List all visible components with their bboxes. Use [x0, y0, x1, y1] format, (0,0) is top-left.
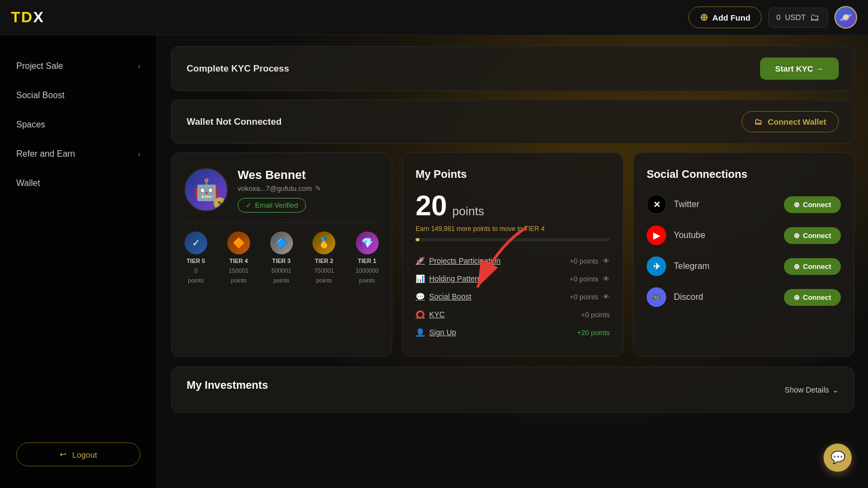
tier-item-1: 💎 TIER 1 1000000 points — [355, 232, 379, 284]
eye-icon-2[interactable]: 👁 — [603, 293, 610, 301]
progress-bar-bg — [416, 238, 610, 241]
tier-badge-4: 🔶 — [227, 232, 250, 254]
sidebar-item-social-boost[interactable]: Social Boost — [0, 81, 157, 110]
email-edit-icon[interactable]: ✎ — [315, 184, 321, 192]
avatar-edit-button[interactable]: ✎ — [214, 197, 226, 209]
sidebar-item-project-sale[interactable]: Project Sale › — [0, 52, 157, 81]
rocket-icon: 🚀 — [416, 256, 425, 265]
telegram-connect-label: Connect — [803, 262, 831, 271]
add-fund-button[interactable]: ⊕ Add Fund — [688, 7, 762, 28]
tier-divider — [184, 222, 379, 223]
twitter-connect-button[interactable]: ⊕ Connect — [784, 196, 841, 213]
sidebar-item-wallet[interactable]: Wallet — [0, 169, 157, 198]
tier-points-label-5: points — [188, 277, 203, 284]
tier-points-4: 150001 — [228, 267, 248, 274]
tier-badge-1: 💎 — [356, 232, 379, 254]
sidebar: Project Sale › Social Boost Spaces Refer… — [0, 35, 157, 488]
check-icon: ✓ — [246, 201, 252, 209]
points-row-value-2: +0 points 👁 — [570, 293, 610, 301]
profile-card: 🤖 ✎ Wes Bennet vokoxa...7@gufutu.com ✎ ✓ — [171, 152, 392, 357]
tier-badge-3: 🔷 — [270, 232, 293, 254]
logo: TDX — [11, 9, 44, 26]
tier-points-label-4: points — [231, 277, 246, 284]
youtube-connect-button[interactable]: ⊕ Connect — [784, 227, 841, 244]
progress-bar-fill — [416, 238, 419, 241]
connect-wallet-label: Connect Wallet — [768, 117, 826, 126]
usdt-amount: 0 — [776, 13, 781, 22]
tier-progress-text: Earn 149,981 more points to move to TIER… — [416, 225, 610, 233]
content-area: Complete KYC Process Start KYC → Wallet … — [157, 35, 868, 488]
usdt-currency: USDT — [785, 13, 806, 22]
social-row-youtube: ▶ Youtube ⊕ Connect — [647, 220, 841, 251]
points-row-1: 📊 Holding Pattern +0 points 👁 — [416, 270, 610, 288]
header: TDX ⊕ Add Fund 0 USDT 🗂 🪐 — [0, 0, 868, 35]
discord-connect-button[interactable]: ⊕ Connect — [784, 289, 841, 306]
chat-bubble[interactable]: 💬 — [824, 444, 852, 472]
points-row-label-0[interactable]: 🚀 Projects Participation — [416, 256, 501, 265]
investments-card: My Investments Show Details ⌄ — [171, 367, 854, 413]
content-inner: Complete KYC Process Start KYC → Wallet … — [171, 46, 854, 413]
points-row-label-2[interactable]: 💬 Social Boost — [416, 292, 471, 301]
eye-icon-1[interactable]: 👁 — [603, 275, 610, 283]
youtube-label: Youtube — [674, 230, 705, 240]
tier-points-label-1: points — [359, 277, 375, 284]
tier-points-3: 500001 — [271, 267, 291, 274]
connect-wallet-button[interactable]: 🗂 Connect Wallet — [742, 111, 839, 132]
show-details-label: Show Details — [784, 386, 829, 394]
tier-badge-5: ✓ — [184, 232, 207, 254]
tier-item-2: 🥇 TIER 2 750001 points — [312, 232, 335, 284]
email-verified-label: Email Verified — [255, 201, 298, 209]
plus-circle-icon-2: ⊕ — [794, 232, 800, 240]
user-avatar[interactable]: 🪐 — [834, 6, 857, 29]
telegram-connect-button[interactable]: ⊕ Connect — [784, 258, 841, 275]
sidebar-item-refer-earn[interactable]: Refer and Earn › — [0, 139, 157, 169]
social-left-discord: 🎮 Discord — [647, 287, 703, 307]
tier-points-label-2: points — [316, 277, 332, 284]
sidebar-bottom: ↩ Logout — [0, 442, 157, 477]
add-fund-label: Add Fund — [712, 13, 750, 22]
logout-label: Logout — [72, 450, 97, 459]
points-label: points — [452, 204, 484, 219]
points-row-3: ⭕ KYC +0 points — [416, 306, 610, 324]
tier-item-5: ✓ TIER 5 0 points — [184, 232, 207, 284]
discord-connect-label: Connect — [803, 293, 831, 301]
points-number: 20 — [416, 189, 447, 222]
profile-info: Wes Bennet vokoxa...7@gufutu.com ✎ ✓ Ema… — [238, 168, 379, 213]
signup-icon: 👤 — [416, 328, 425, 337]
sidebar-item-spaces[interactable]: Spaces — [0, 110, 157, 139]
profile-avatar: 🤖 ✎ — [184, 168, 228, 211]
points-row-label-1[interactable]: 📊 Holding Pattern — [416, 274, 482, 283]
profile-email: vokoxa...7@gufutu.com ✎ — [238, 184, 379, 192]
social-card-title: Social Connections — [647, 168, 841, 181]
points-row-value-3: +0 points — [581, 311, 610, 319]
tier-label-4: TIER 4 — [229, 258, 248, 264]
profile-header: 🤖 ✎ Wes Bennet vokoxa...7@gufutu.com ✎ ✓ — [184, 168, 379, 213]
show-details-button[interactable]: Show Details ⌄ — [784, 386, 839, 394]
chevron-icon-2: › — [138, 150, 141, 158]
points-row-2: 💬 Social Boost +0 points 👁 — [416, 288, 610, 306]
points-row-label-4[interactable]: 👤 Sign Up — [416, 328, 456, 337]
tier-label-1: TIER 1 — [358, 258, 376, 264]
header-right: ⊕ Add Fund 0 USDT 🗂 🪐 — [688, 6, 857, 29]
youtube-connect-label: Connect — [803, 232, 831, 240]
social-left-telegram: ✈ Telegram — [647, 256, 710, 276]
cards-row: 🤖 ✎ Wes Bennet vokoxa...7@gufutu.com ✎ ✓ — [171, 152, 854, 357]
plus-circle-icon-3: ⊕ — [794, 262, 800, 271]
avatar-image: 🤖 — [194, 178, 219, 202]
tier-points-2: 750001 — [314, 267, 334, 274]
start-kyc-button[interactable]: Start KYC → — [760, 57, 839, 80]
tier-points-5: 0 — [194, 267, 197, 274]
tier-label-5: TIER 5 — [187, 258, 205, 264]
kyc-icon: ⭕ — [416, 310, 425, 319]
eye-icon-0[interactable]: 👁 — [603, 257, 610, 265]
sidebar-label-project-sale: Project Sale — [16, 61, 63, 71]
discord-icon: 🎮 — [647, 287, 666, 307]
points-row-0: 🚀 Projects Participation +0 points 👁 — [416, 252, 610, 270]
chevron-icon: › — [138, 62, 141, 70]
social-left-twitter: ✕ Twitter — [647, 195, 699, 214]
kyc-banner: Complete KYC Process Start KYC → — [171, 46, 854, 91]
points-row-label-3[interactable]: ⭕ KYC — [416, 310, 445, 319]
sidebar-label-refer-earn: Refer and Earn — [16, 149, 75, 159]
logout-button[interactable]: ↩ Logout — [16, 442, 141, 466]
tier-points-label-3: points — [273, 277, 289, 284]
